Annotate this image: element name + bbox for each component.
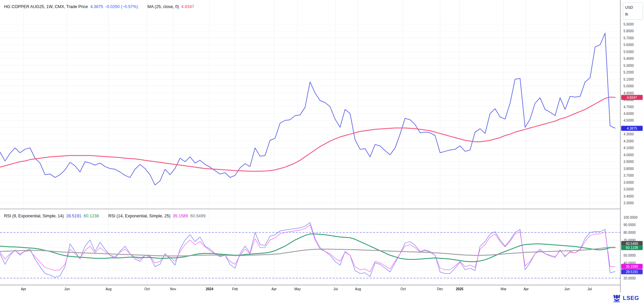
price-tick-label: 4.7000 [623, 105, 634, 108]
price-tick-label: 5.0000 [623, 84, 634, 88]
lseg-crest-icon [612, 294, 621, 303]
trade-price-line [0, 33, 615, 185]
price-tick-label: 5.1000 [623, 77, 634, 81]
time-axis-label: Apr [523, 287, 529, 291]
lseg-logo[interactable]: LSEG [612, 294, 639, 303]
price-tick-label: 4.2000 [623, 139, 634, 143]
rsi2-ma-value: 60.5499 [190, 214, 205, 218]
time-axis-label: 2025 [456, 287, 463, 291]
price-tick-label: 4.1000 [623, 146, 634, 150]
rsi-badge: 60.1238 [621, 245, 643, 250]
symbol-title[interactable]: HG COPPER AUG25, 1W, CMX, Trade Price [4, 4, 88, 9]
rsi-badge: 28.5191 [621, 269, 643, 274]
axis-unit-measure: lb [625, 11, 641, 18]
rsi-badge: 35.1589 [621, 264, 643, 269]
rsi-tick-label: 90.0000 [623, 223, 636, 227]
rsi-tick-label: 20.0000 [623, 276, 636, 280]
price-tick-label: 4.9000 [623, 91, 634, 95]
time-axis-label: Oct [145, 287, 150, 291]
rsi-fast-ma-line [0, 234, 615, 262]
time-axis-label: Oct [400, 287, 406, 291]
chart-canvas[interactable] [0, 0, 644, 304]
time-axis-label: 2024 [206, 287, 213, 291]
time-axis-label: Feb [232, 287, 238, 291]
price-tick-label: 3.6000 [623, 180, 634, 184]
price-tick-label: 3.4000 [623, 194, 634, 198]
rsi1-study-label[interactable]: RSI (9, Exponential, Simple, 14) [4, 214, 64, 218]
price-tick-label: 4.3000 [623, 132, 634, 136]
price-tick-label: 4.5000 [623, 119, 634, 122]
price-pane-legend: HG COPPER AUG25, 1W, CMX, Trade Price 4.… [4, 4, 194, 9]
axis-unit-currency: USD [625, 4, 641, 11]
time-axis-label: Jul [588, 287, 592, 291]
time-axis-label: Nov [170, 287, 176, 291]
price-tick-label: 5.8000 [623, 29, 634, 33]
time-axis-label: Jun [64, 287, 70, 291]
price-tick-label: 5.5000 [623, 50, 634, 53]
time-axis-label: Jul [333, 287, 338, 291]
time-axis-label: Apr [272, 287, 277, 291]
price-tick-label: 3.3000 [623, 201, 634, 205]
price-tick-label: 3.7000 [623, 174, 634, 177]
rsi1-value: 28.5191 [66, 214, 81, 218]
price-tick-label: 3.8000 [623, 167, 634, 170]
chart-panel: HG COPPER AUG25, 1W, CMX, Trade Price 4.… [0, 0, 644, 304]
rsi-tick-label: 50.0000 [623, 253, 636, 257]
time-axis-label: Aug [106, 287, 112, 291]
time-axis-label: Dec [437, 287, 443, 291]
price-change-value: -0.0250 (−0.57%) [106, 4, 138, 9]
price-tick-label: 4.0000 [623, 153, 634, 157]
price-tick-label: 5.7000 [623, 36, 634, 40]
price-tick-label: 5.4000 [623, 57, 634, 60]
lseg-logo-text: LSEG [623, 295, 639, 302]
rsi1-ma-value: 60.1238 [84, 214, 99, 218]
price-tick-label: 5.6000 [623, 43, 634, 47]
price-tick-label: 3.9000 [623, 160, 634, 164]
time-axis-label: Mar [501, 287, 507, 291]
rsi-pane-legend: RSI (9, Exponential, Simple, 14) 28.5191… [4, 214, 205, 218]
price-badge: 4.3875 [621, 126, 643, 131]
ma-value: 4.8347 [181, 4, 194, 9]
price-tick-label: 5.9000 [623, 23, 634, 26]
price-axis[interactable]: USD lb 5.90005.80005.70005.60005.50005.4… [620, 0, 644, 292]
axis-unit-box: USD lb [623, 2, 643, 20]
price-badge: 4.8347 [621, 95, 643, 100]
price-tick-label: 3.5000 [623, 187, 634, 191]
rsi2-study-label[interactable]: RSI (14, Exponential, Simple, 25) [108, 214, 170, 218]
price-tick-label: 4.6000 [623, 112, 634, 116]
rsi2-value: 35.1589 [173, 214, 188, 218]
time-axis[interactable]: AprJunAugOctNov2024FebAprMayJulAugOctDec… [0, 285, 644, 294]
rsi-tick-label: 80.0000 [623, 230, 636, 234]
rsi-tick-label: 100.0000 [623, 215, 638, 219]
time-axis-label: May [294, 287, 301, 291]
time-axis-label: Jun [564, 287, 570, 291]
price-tick-label: 5.3000 [623, 63, 634, 67]
ma-study-label[interactable]: MA (25, close, 0) [148, 4, 179, 9]
time-axis-label: Apr [21, 287, 26, 291]
rsi-slow-line [0, 225, 615, 272]
last-price-value: 4.3875 [90, 4, 103, 9]
time-axis-label: Aug [355, 287, 361, 291]
price-tick-label: 5.2000 [623, 71, 634, 74]
